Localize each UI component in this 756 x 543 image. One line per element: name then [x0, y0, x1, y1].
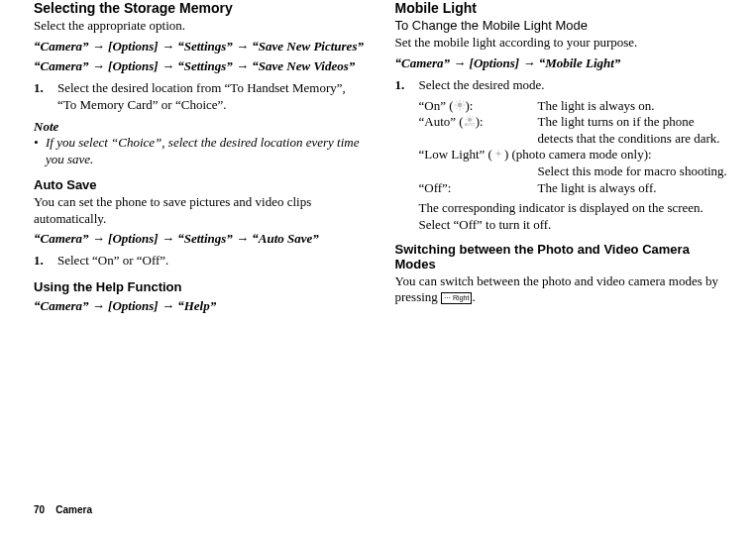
mobile-step-1: 1. Select the desired mode.	[395, 77, 729, 94]
right-key-icon: ⋯ Right	[441, 292, 472, 304]
heading-help-function: Using the Help Function	[34, 279, 368, 294]
mode-key-auto-pre: “Auto” (	[419, 114, 464, 129]
light-on-icon	[454, 99, 466, 111]
path-help: “Camera” → [Options] → “Help”	[34, 298, 368, 314]
mode-row-off: “Off”: The light is always off.	[419, 180, 729, 197]
svg-text:AUTO: AUTO	[465, 124, 475, 128]
mode-key-off: “Off”:	[419, 180, 538, 197]
autosave-step-1: 1. Select “On” or “Off”.	[34, 253, 368, 270]
light-auto-icon: AUTO	[464, 115, 476, 127]
storage-desc: Select the appropriate option.	[34, 18, 368, 35]
mode-row-lowlight: “Low Light” () (photo camera mode only):	[419, 147, 729, 163]
svg-line-13	[467, 117, 468, 118]
mode-val-auto-1: The light turns on if the phone	[538, 114, 729, 131]
heading-storage-memory: Selecting the Storage Memory	[34, 0, 368, 16]
mode-key-low-pre: “Low Light” (	[419, 147, 492, 162]
step-number: 1.	[34, 253, 44, 270]
page-number: 70	[34, 504, 45, 515]
svg-line-6	[462, 107, 463, 108]
mode-row-on: “On” (): The light is always on.	[419, 98, 729, 115]
heading-auto-save: Auto Save	[34, 177, 368, 192]
svg-line-5	[456, 101, 457, 102]
svg-point-0	[457, 102, 462, 107]
page-footer: 70 Camera	[34, 504, 92, 515]
path-save-new-pictures: “Camera” → [Options] → “Settings” → “Sav…	[34, 39, 368, 54]
mobile-screen-note: The corresponding indicator is displayed…	[419, 200, 729, 233]
left-column: Selecting the Storage Memory Select the …	[34, 0, 368, 314]
mode-val-auto-2: detects that the conditions are dark.	[538, 131, 729, 148]
svg-point-9	[468, 118, 472, 122]
heading-mobile-light: Mobile Light	[395, 0, 729, 16]
svg-line-8	[456, 107, 457, 108]
mode-key-on-post: ):	[466, 98, 474, 113]
mode-val-on: The light is always on.	[538, 98, 729, 115]
note-label: Note	[34, 119, 368, 135]
right-column: Mobile Light To Change the Mobile Light …	[395, 0, 729, 314]
step-text: Select the desired location from “To Han…	[57, 80, 346, 112]
mode-key-low-post: ) (photo camera mode only):	[504, 147, 652, 162]
svg-line-7	[462, 101, 463, 102]
mode-val-off: The light is always off.	[538, 180, 729, 197]
svg-point-16	[496, 153, 500, 157]
note-body: If you select “Choice”, select the desir…	[34, 135, 368, 167]
step-text: Select the desired mode.	[419, 77, 545, 92]
step-number: 1.	[395, 77, 405, 94]
switch-desc-post: .	[472, 289, 475, 304]
svg-line-14	[472, 117, 473, 118]
mode-key-on-pre: “On” (	[419, 98, 454, 113]
step-text: Select “On” or “Off”.	[57, 253, 168, 268]
storage-step-1: 1. Select the desired location from “To …	[34, 80, 368, 113]
step-number: 1.	[34, 80, 44, 97]
subheading-change-mode: To Change the Mobile Light Mode	[395, 18, 729, 33]
footer-section: Camera	[55, 504, 92, 515]
path-save-new-videos: “Camera” → [Options] → “Settings” → “Sav…	[34, 58, 368, 74]
mobile-desc: Set the mobile light according to your p…	[395, 35, 729, 52]
mode-key-auto-post: ):	[476, 114, 484, 129]
mode-table: “On” (): The light is always on. “Auto” …	[419, 98, 729, 197]
heading-switch-modes: Switching between the Photo and Video Ca…	[395, 242, 729, 272]
mode-row-auto: “Auto” (AUTO): The light turns on if the…	[419, 114, 729, 131]
light-low-icon	[492, 148, 504, 160]
path-mobile-light: “Camera” → [Options] → “Mobile Light”	[395, 55, 729, 71]
path-auto-save: “Camera” → [Options] → “Settings” → “Aut…	[34, 231, 368, 247]
mode-val-low: Select this mode for macro shooting.	[538, 163, 729, 180]
autosave-desc: You can set the phone to save pictures a…	[34, 194, 368, 227]
switch-desc: You can switch between the photo and vid…	[395, 273, 729, 306]
